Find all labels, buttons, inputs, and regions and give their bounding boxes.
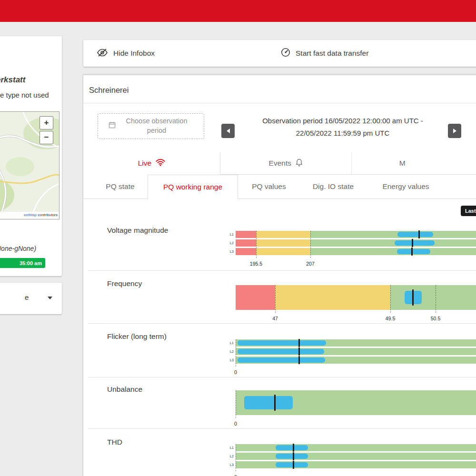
axis-tick-label: 195.5 (250, 261, 262, 267)
chart-row-unbalance: Unbalance 0 (88, 377, 476, 429)
choose-observation-period-label: Choose observation period (120, 117, 194, 135)
next-period-button[interactable] (448, 124, 461, 138)
map-attribution: eetMap contributors (0, 212, 59, 219)
tab-live[interactable]: Live (83, 152, 220, 175)
top-banner (0, 0, 476, 22)
chart-row-voltage-magnitude: Voltage magnitude L1L2L3195.5207 (88, 218, 476, 271)
phase-label: L1 (227, 232, 234, 237)
value-marker (411, 248, 413, 256)
zone-bad (236, 231, 256, 238)
chevron-down-icon (48, 297, 52, 299)
chart-title: Unbalance (107, 385, 142, 394)
phase-label: L2 (227, 349, 234, 354)
screen: erkstatt e type not used eetMap contribu… (0, 0, 476, 476)
value-marker (293, 444, 294, 452)
wifi-icon (156, 159, 165, 168)
tab-live-label: Live (138, 159, 151, 168)
chevron-right-icon (453, 129, 456, 133)
phase-label: L3 (227, 358, 234, 362)
main-panel: Schreinerei Choose observation period Ob… (83, 74, 476, 476)
infobox-card: erkstatt e type not used eetMap contribu… (0, 36, 62, 276)
osm-link[interactable]: eetMap (24, 213, 37, 217)
axis-tick-label: 0 (234, 421, 237, 426)
subtab-dig-io-state[interactable]: Dig. IO state (300, 175, 367, 198)
phase-label: L1 (227, 446, 234, 450)
phase-label: L2 (227, 241, 234, 245)
value-range-indicator (397, 232, 433, 237)
value-marker (298, 356, 300, 364)
subtab-pq-values[interactable]: PQ values (243, 175, 295, 198)
zone-bad (236, 239, 256, 247)
value-range-indicator (276, 454, 308, 459)
chevron-left-icon (227, 129, 230, 133)
chart-title: Frequency (107, 279, 142, 288)
range-band (236, 453, 476, 460)
value-range-indicator (397, 249, 430, 254)
chart-title: Voltage magnitude (107, 226, 168, 235)
threshold-line (310, 231, 311, 258)
threshold-line (236, 444, 236, 471)
value-range-indicator (276, 462, 308, 467)
axis-tick-label: 0 (234, 369, 237, 375)
threshold-line (256, 231, 257, 258)
phase-label: L3 (227, 249, 234, 254)
map-zoom-controls: + − (40, 116, 53, 146)
hide-infobox-button[interactable]: Hide Infobox (97, 40, 155, 67)
subtab-pq-working-range[interactable]: PQ working range (148, 175, 238, 199)
panel-title: Schreinerei (89, 86, 129, 95)
value-range-indicator (238, 349, 324, 354)
value-marker (418, 230, 420, 238)
tab-measurements[interactable]: M (352, 152, 476, 175)
zone-good (310, 248, 476, 255)
axis-tick-label: 47 (272, 316, 278, 321)
fast-data-transfer-button[interactable]: Start fast data transfer (281, 40, 368, 67)
axis-tick-label: 0 (234, 474, 237, 476)
device-id-note: None-gNone) (0, 245, 36, 252)
axis-tick-label: 50.5 (431, 316, 440, 321)
tab-measurements-label: M (399, 159, 406, 168)
chart-row-thd: THD L1L2L30 (88, 428, 476, 476)
eye-slash-icon (97, 49, 108, 59)
action-toolbar: Hide Infobox Start fast data transfer (83, 40, 476, 67)
zone-good (390, 285, 476, 310)
zoom-in-button[interactable]: + (40, 116, 53, 129)
range-band (236, 444, 476, 451)
tab-events[interactable]: Events (220, 152, 352, 175)
calendar-icon (109, 121, 116, 131)
infobox-dropdown[interactable]: e (0, 283, 62, 314)
chart-title: Flicker (long term) (107, 332, 167, 341)
threshold-line (436, 285, 436, 313)
value-range-indicator (238, 357, 325, 363)
dropdown-selected-value: e (25, 293, 29, 301)
previous-period-button[interactable] (221, 124, 235, 138)
zone-warn (256, 248, 310, 255)
zone-good (236, 461, 476, 468)
hide-infobox-label: Hide Infobox (113, 49, 155, 58)
range-band (236, 461, 476, 468)
chart-row-frequency: Frequency 4749.550.5 (88, 270, 476, 324)
subtab-pq-state[interactable]: PQ state (95, 175, 145, 198)
range-band (236, 285, 476, 310)
value-range-indicator (238, 340, 326, 346)
zoom-out-button[interactable]: − (40, 131, 53, 144)
value-marker (412, 239, 413, 247)
tab-events-label: Events (269, 159, 291, 168)
threshold-line (236, 339, 236, 367)
range-chart-unbalance: 0 (236, 390, 476, 427)
value-marker (293, 452, 294, 460)
range-chart-flicker: L1L2L30 (236, 339, 476, 377)
zone-good (310, 239, 476, 247)
threshold-line (275, 285, 276, 313)
chart-title: THD (107, 438, 122, 446)
range-band (236, 248, 476, 255)
zone-warn (256, 239, 310, 247)
value-marker (298, 347, 300, 356)
gauge-icon (281, 48, 290, 59)
axis-tick-label: 49.5 (386, 316, 395, 321)
subtab-energy-values[interactable]: Energy values (371, 175, 440, 198)
value-marker (293, 461, 294, 469)
fast-data-transfer-label: Start fast data transfer (296, 49, 368, 58)
last-value-badge: Last (461, 206, 476, 216)
choose-observation-period-button[interactable]: Choose observation period (98, 113, 204, 139)
zone-bad (236, 285, 275, 310)
